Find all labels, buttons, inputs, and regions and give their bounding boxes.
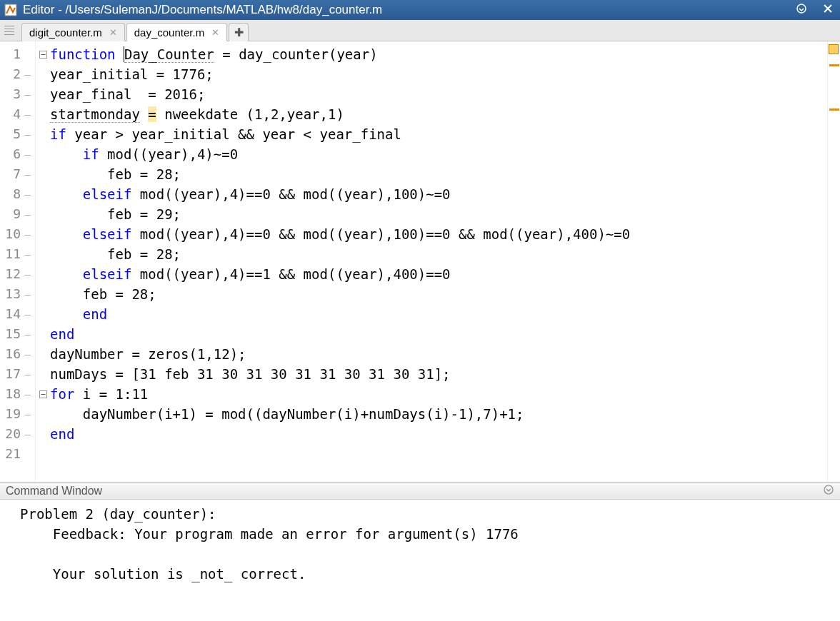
editor-app-icon	[4, 4, 17, 16]
fold-marker	[36, 344, 50, 364]
code-line[interactable]: elseif mod((year),4)==0 && mod((year),10…	[50, 184, 827, 204]
fold-column	[36, 41, 50, 482]
window-title: Editor - /Users/SulemanJ/Documents/MATLA…	[23, 3, 793, 17]
line-number: 11–	[0, 244, 35, 264]
tab-label: digit_counter.m	[29, 26, 102, 39]
fold-marker	[36, 444, 50, 464]
fold-marker	[36, 224, 50, 244]
tab-close-icon[interactable]: ✕	[109, 27, 117, 38]
dock-menu-icon[interactable]	[823, 484, 834, 498]
tab-day-counter[interactable]: day_counter.m ✕	[126, 23, 227, 41]
code-line[interactable]: end	[50, 424, 827, 444]
code-line[interactable]: elseif mod((year),4)==1 && mod((year),40…	[50, 264, 827, 284]
line-number: 2–	[0, 64, 35, 84]
line-number: 14–	[0, 304, 35, 324]
line-number: 7–	[0, 164, 35, 184]
code-line[interactable]: feb = 28;	[50, 284, 827, 304]
fold-marker	[36, 124, 50, 144]
fold-marker	[36, 164, 50, 184]
window-controls	[793, 3, 836, 17]
fold-marker[interactable]	[36, 44, 50, 64]
code-line[interactable]	[50, 444, 827, 464]
code-line[interactable]: if year > year_initial && year < year_fi…	[50, 124, 827, 144]
fold-marker	[36, 264, 50, 284]
fold-marker	[36, 64, 50, 84]
line-number: 15–	[0, 324, 35, 344]
code-line[interactable]: end	[50, 324, 827, 344]
line-number: 17–	[0, 364, 35, 384]
line-number: 19–	[0, 404, 35, 424]
tab-label: day_counter.m	[134, 26, 204, 39]
warning-marker[interactable]	[829, 108, 839, 111]
code-line[interactable]: numDays = [31 feb 31 30 31 30 31 31 30 3…	[50, 364, 827, 384]
line-number: 9–	[0, 204, 35, 224]
code-line[interactable]: elseif mod((year),4)==0 && mod((year),10…	[50, 224, 827, 244]
fold-marker	[36, 204, 50, 224]
code-line[interactable]: function Day_Counter = day_counter(year)	[50, 44, 827, 64]
fold-marker	[36, 364, 50, 384]
line-number: 21	[0, 444, 35, 464]
fold-marker	[36, 84, 50, 104]
close-icon[interactable]	[820, 4, 836, 16]
code-line[interactable]: if mod((year),4)~=0	[50, 144, 827, 164]
dock-drag-handle[interactable]	[3, 21, 16, 39]
line-number: 16–	[0, 344, 35, 364]
command-window-output[interactable]: Problem 2 (day_counter): Feedback: Your …	[0, 500, 840, 621]
code-text-area[interactable]: function Day_Counter = day_counter(year)…	[50, 41, 827, 482]
fold-marker	[36, 324, 50, 344]
code-line[interactable]: startmonday = nweekdate (1,2,year,1)	[50, 104, 827, 124]
code-line[interactable]: for i = 1:11	[50, 384, 827, 404]
line-number: 5–	[0, 124, 35, 144]
window-titlebar: Editor - /Users/SulemanJ/Documents/MATLA…	[0, 0, 840, 20]
code-line[interactable]: feb = 28;	[50, 244, 827, 264]
fold-marker	[36, 244, 50, 264]
code-line[interactable]: dayNumber(i+1) = mod((dayNumber(i)+numDa…	[50, 404, 827, 424]
code-line[interactable]: year_initial = 1776;	[50, 64, 827, 84]
code-line[interactable]: feb = 29;	[50, 204, 827, 224]
line-number: 4–	[0, 104, 35, 124]
command-window-header: Command Window	[0, 483, 840, 500]
line-number-gutter: 12–3–4–5–6–7–8–9–10–11–12–13–14–15–16–17…	[0, 41, 36, 482]
code-line[interactable]: end	[50, 304, 827, 324]
svg-point-1	[797, 4, 806, 13]
editor-tabbar: digit_counter.m ✕ day_counter.m ✕ ✚	[0, 20, 840, 41]
command-window-title: Command Window	[6, 485, 102, 498]
code-line[interactable]: feb = 28;	[50, 164, 827, 184]
fold-marker	[36, 284, 50, 304]
line-number: 3–	[0, 84, 35, 104]
fold-marker	[36, 404, 50, 424]
svg-point-6	[824, 485, 833, 494]
line-number: 13–	[0, 284, 35, 304]
code-analyzer-status-icon[interactable]	[829, 44, 839, 54]
fold-marker[interactable]	[36, 384, 50, 404]
code-line[interactable]: dayNumber = zeros(1,12);	[50, 344, 827, 364]
tab-add-button[interactable]: ✚	[229, 23, 249, 41]
message-strip	[827, 41, 840, 482]
line-number: 1	[0, 44, 35, 64]
fold-marker	[36, 184, 50, 204]
fold-marker	[36, 304, 50, 324]
fold-marker	[36, 144, 50, 164]
code-editor[interactable]: 12–3–4–5–6–7–8–9–10–11–12–13–14–15–16–17…	[0, 41, 840, 483]
line-number: 10–	[0, 224, 35, 244]
warning-marker[interactable]	[829, 64, 839, 66]
line-number: 20–	[0, 424, 35, 444]
code-line[interactable]: year_final = 2016;	[50, 84, 827, 104]
fold-marker[interactable]	[36, 424, 50, 444]
tab-close-icon[interactable]: ✕	[211, 27, 219, 38]
minimize-icon[interactable]	[793, 3, 810, 17]
fold-marker	[36, 104, 50, 124]
line-number: 8–	[0, 184, 35, 204]
line-number: 12–	[0, 264, 35, 284]
line-number: 18–	[0, 384, 35, 404]
line-number: 6–	[0, 144, 35, 164]
tab-digit-counter[interactable]: digit_counter.m ✕	[21, 23, 125, 41]
